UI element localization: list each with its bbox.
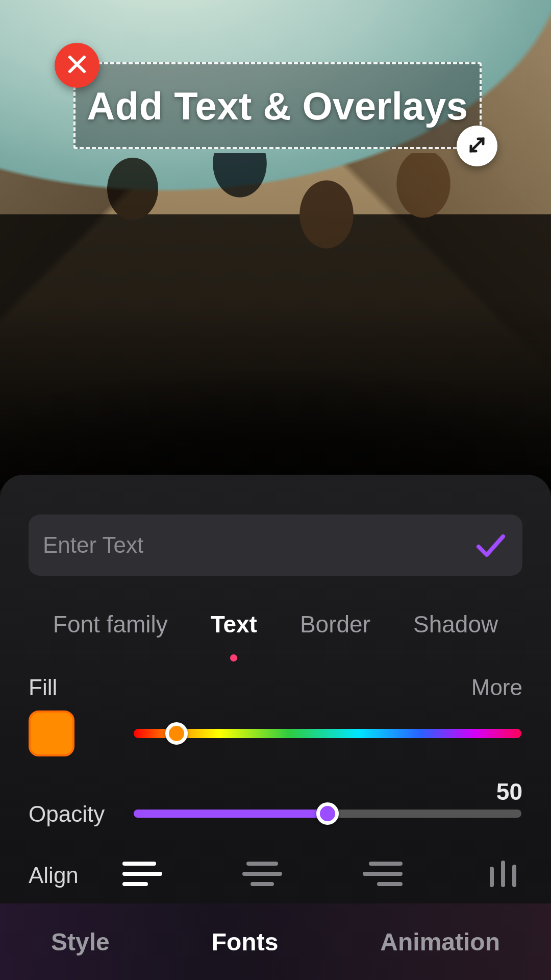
align-right-icon (363, 882, 403, 891)
subtab-text[interactable]: Text (208, 606, 260, 642)
svg-line-2 (471, 139, 483, 151)
fill-label: Fill (29, 675, 57, 700)
bottom-tabs: Style Fonts Animation (0, 903, 551, 980)
fill-color-swatch[interactable] (29, 710, 74, 756)
subtab-border[interactable]: Border (297, 606, 373, 642)
align-label: Align (29, 863, 79, 888)
text-overlay-box[interactable]: Add Text & Overlays (73, 62, 482, 149)
align-vertical-button[interactable] (483, 859, 522, 889)
align-left-icon (122, 882, 162, 891)
close-icon (67, 54, 87, 77)
check-icon (472, 556, 508, 565)
text-input-row (29, 514, 522, 576)
confirm-text-button[interactable] (472, 527, 508, 563)
tab-fonts[interactable]: Fonts (212, 928, 279, 956)
subtab-font-family[interactable]: Font family (50, 606, 171, 642)
align-center-button[interactable] (242, 859, 282, 889)
align-center-icon (242, 882, 282, 891)
vertical-bars-icon (483, 882, 522, 891)
tab-animation[interactable]: Animation (380, 928, 500, 956)
opacity-label: Opacity (29, 801, 105, 826)
resize-overlay-handle[interactable] (457, 126, 497, 166)
align-options (122, 859, 522, 889)
hue-slider-thumb[interactable] (165, 722, 188, 745)
fill-row: Fill More (29, 675, 522, 700)
text-overlay-content: Add Text & Overlays (87, 84, 468, 128)
subtab-shadow[interactable]: Shadow (410, 606, 501, 642)
editor-panel: Font family Text Border Shadow Fill More… (0, 475, 551, 980)
hue-slider-track[interactable] (134, 729, 521, 738)
text-subtabs: Font family Text Border Shadow (0, 596, 551, 652)
app-root: Add Text & Overlays Font family (0, 0, 551, 980)
fill-more-button[interactable]: More (471, 675, 522, 700)
close-overlay-button[interactable] (55, 43, 99, 88)
align-right-button[interactable] (363, 859, 403, 889)
resize-icon (467, 135, 487, 157)
tab-style[interactable]: Style (51, 928, 110, 956)
opacity-slider-thumb[interactable] (316, 802, 339, 825)
text-input[interactable] (43, 532, 472, 558)
align-left-button[interactable] (122, 859, 162, 889)
